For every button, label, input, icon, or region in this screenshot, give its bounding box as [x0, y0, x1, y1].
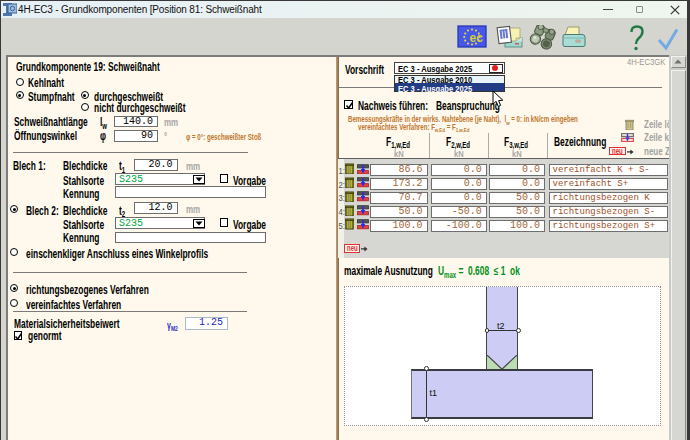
svg-text:ec: ec [470, 31, 484, 45]
